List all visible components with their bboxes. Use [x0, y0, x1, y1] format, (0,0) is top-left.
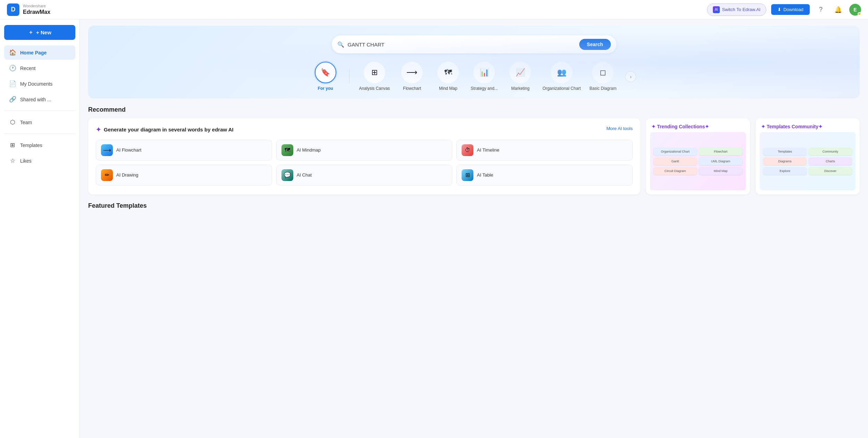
ai-tools-header: ✦ Generate your diagram in several words… — [96, 126, 633, 134]
category-analysis-canvas[interactable]: ⊞ Analysis Canvas — [359, 62, 390, 92]
search-input[interactable] — [348, 42, 576, 48]
category-icon-for-you: 🔖 — [315, 62, 336, 83]
category-label: For you — [318, 86, 333, 92]
plus-icon: ＋ — [28, 29, 33, 36]
preview-chip: Circuit Diagram — [654, 167, 697, 175]
sidebar-item-home[interactable]: 🏠 Home Page — [4, 45, 75, 60]
preview-chip: Organizational Chart — [654, 148, 697, 155]
ai-chat-item[interactable]: 💬 AI Chat — [276, 165, 453, 186]
ai-chat-icon: 💬 — [281, 169, 293, 181]
sidebar-item-label: Shared with ... — [20, 97, 51, 102]
sidebar-item-label: My Documents — [20, 81, 52, 87]
ai-drawing-icon: ✏ — [101, 169, 113, 181]
avatar-badge — [858, 12, 861, 16]
ai-timeline-icon: ⏱ — [462, 144, 473, 156]
trending-title: ✦ Trending Collections✦ — [646, 118, 750, 132]
category-for-you[interactable]: 🔖 For you — [312, 62, 339, 92]
category-basic-diagram[interactable]: ◻ Basic Diagram — [589, 62, 617, 92]
product-name: EdrawMax — [23, 9, 50, 15]
category-strategy[interactable]: 📊 Strategy and... — [470, 62, 498, 92]
category-next-button[interactable]: › — [625, 71, 636, 82]
edraw-ai-icon: AI — [713, 6, 720, 13]
more-ai-tools-link[interactable]: More AI tools — [606, 126, 633, 131]
sidebar-item-recent[interactable]: 🕐 Recent — [4, 61, 75, 75]
community-title: ✦ Templates Community✦ — [756, 118, 860, 132]
sidebar-item-label: Home Page — [20, 50, 47, 55]
templates-icon: ⊞ — [9, 141, 16, 149]
ai-item-label: AI Chat — [297, 172, 312, 178]
category-icon-analysis: ⊞ — [364, 62, 385, 83]
ai-item-label: AI Flowchart — [116, 147, 141, 153]
star-icon: ☆ — [9, 157, 16, 164]
category-org-chart[interactable]: 👥 Organizational Chart — [542, 62, 581, 92]
category-icon-basic: ◻ — [592, 62, 614, 83]
logo: D Wondershare EdrawMax — [7, 3, 50, 16]
ai-item-label: AI Mindmap — [297, 147, 321, 153]
category-marketing[interactable]: 📈 Marketing — [506, 62, 534, 92]
share-icon: 🔗 — [9, 96, 16, 103]
category-icon-flowchart: ⟶ — [401, 62, 423, 83]
preview-chip: Charts — [809, 157, 852, 165]
category-label: Analysis Canvas — [359, 86, 390, 92]
preview-chip: Discover — [809, 167, 852, 175]
sidebar-item-label: Likes — [20, 158, 32, 164]
community-preview: Templates Community Diagrams Charts Expl… — [760, 132, 856, 190]
search-bar: 🔍 Search — [332, 35, 616, 53]
category-icon-mindmap: 🗺 — [437, 62, 459, 83]
category-icon-org: 👥 — [551, 62, 572, 83]
search-button[interactable]: Search — [579, 39, 611, 50]
app-header: D Wondershare EdrawMax AI Switch To Edra… — [0, 0, 868, 19]
sidebar-item-templates[interactable]: ⊞ Templates — [4, 138, 75, 152]
sidebar-item-label: Team — [20, 120, 32, 125]
category-label: Basic Diagram — [589, 86, 616, 92]
ai-mindmap-icon: 🗺 — [281, 144, 293, 156]
preview-chip: UML Diagram — [699, 157, 742, 165]
sidebar-item-likes[interactable]: ☆ Likes — [4, 154, 75, 168]
ai-tools-grid: ⟶ AI Flowchart 🗺 AI Mindmap ⏱ AI Timelin… — [96, 140, 633, 186]
ai-timeline-item[interactable]: ⏱ AI Timeline — [456, 140, 633, 161]
category-mind-map[interactable]: 🗺 Mind Map — [434, 62, 462, 92]
notifications-button[interactable]: 🔔 — [832, 3, 844, 16]
sidebar-item-label: Recent — [20, 66, 35, 71]
ai-drawing-item[interactable]: ✏ AI Drawing — [96, 165, 272, 186]
preview-chip: Gantt — [654, 157, 697, 165]
sidebar-item-team[interactable]: ⬡ Team — [4, 115, 75, 129]
help-icon: ? — [819, 6, 823, 13]
category-label: Strategy and... — [471, 86, 498, 92]
main-layout: ＋ + New 🏠 Home Page 🕐 Recent 📄 My Docume… — [0, 19, 868, 438]
preview-chip: Community — [809, 148, 852, 155]
trending-collections-card[interactable]: ✦ Trending Collections✦ Organizational C… — [646, 118, 750, 195]
main-content: 🔍 Search 🔖 For you ⊞ Analysis Canvas ⟶ F… — [80, 19, 868, 438]
sidebar-item-shared-with[interactable]: 🔗 Shared with ... — [4, 92, 75, 106]
avatar[interactable]: E — [849, 4, 861, 16]
ai-flowchart-item[interactable]: ⟶ AI Flowchart — [96, 140, 272, 161]
ai-item-label: AI Table — [477, 172, 493, 178]
sidebar-item-my-documents[interactable]: 📄 My Documents — [4, 77, 75, 91]
ai-tools-title: ✦ Generate your diagram in several words… — [96, 126, 234, 134]
ai-tools-card: ✦ Generate your diagram in several words… — [88, 118, 640, 195]
category-flowchart[interactable]: ⟶ Flowchart — [398, 62, 426, 92]
ai-mindmap-item[interactable]: 🗺 AI Mindmap — [276, 140, 453, 161]
category-label: Organizational Chart — [542, 86, 581, 92]
trending-card-inner: ✦ Trending Collections✦ Organizational C… — [646, 118, 750, 195]
templates-community-card[interactable]: ✦ Templates Community✦ Templates Communi… — [756, 118, 860, 195]
ai-table-item[interactable]: ⊞ AI Table — [456, 165, 633, 186]
switch-to-edraw-ai-button[interactable]: AI Switch To Edraw.AI — [707, 3, 766, 16]
search-icon: 🔍 — [337, 41, 344, 48]
document-icon: 📄 — [9, 80, 16, 87]
sidebar-divider-2 — [4, 134, 75, 134]
category-icon-marketing: 📈 — [509, 62, 531, 83]
ai-table-icon: ⊞ — [462, 169, 473, 181]
preview-chip: Explore — [763, 167, 807, 175]
category-label: Flowchart — [403, 86, 421, 92]
download-button[interactable]: ⬇ Download — [771, 4, 810, 15]
preview-chip: Flowchart — [699, 148, 742, 155]
sparkle-icon: ✦ — [96, 126, 101, 134]
ai-item-label: AI Timeline — [477, 147, 499, 153]
help-button[interactable]: ? — [815, 3, 827, 16]
preview-chip: Mind Map — [699, 167, 742, 175]
new-button[interactable]: ＋ + New — [4, 25, 75, 40]
community-card-inner: ✦ Templates Community✦ Templates Communi… — [756, 118, 860, 195]
home-icon: 🏠 — [9, 49, 16, 56]
category-row: 🔖 For you ⊞ Analysis Canvas ⟶ Flowchart … — [99, 62, 849, 92]
